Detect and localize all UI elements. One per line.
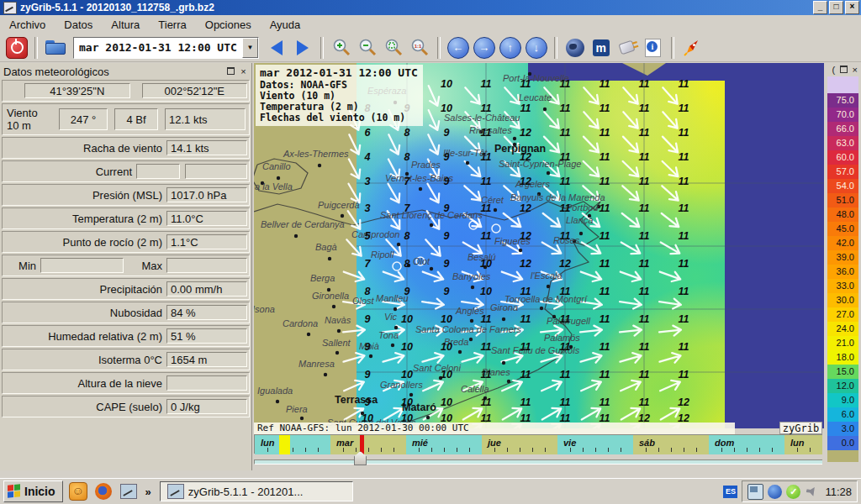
svg-text:Berga: Berga [310, 273, 335, 283]
cape-value: 0 J/kg [166, 399, 247, 414]
panel-close-button[interactable]: × [238, 66, 249, 77]
pan-down-button[interactable]: ↓ [525, 36, 548, 60]
scale-band: 57.0 [827, 165, 858, 179]
start-icon [8, 484, 21, 499]
menu-item-ayuda[interactable]: Ayuda [261, 17, 310, 33]
scale-float-button[interactable] [840, 65, 849, 76]
pan-right-button[interactable]: → [473, 36, 496, 60]
svg-text:Ax-les-Thermes: Ax-les-Thermes [283, 149, 349, 159]
rocket-icon [682, 38, 702, 58]
svg-text:Granollers: Granollers [380, 380, 423, 390]
pan-up-button[interactable]: ↑ [499, 36, 522, 60]
svg-text:11: 11 [679, 127, 689, 139]
zoom-select-button[interactable] [382, 36, 405, 60]
zoom-1-1-button[interactable]: 1:1 [408, 36, 431, 60]
timeline-day-label: mar [336, 438, 353, 448]
keyboard-layout-indicator[interactable]: ES [723, 486, 737, 498]
scale-band: 24.0 [827, 322, 858, 336]
start-button[interactable]: Inicio [3, 480, 63, 502]
toolbar-separator [437, 37, 441, 59]
menu-item-tierra[interactable]: Tierra [149, 17, 195, 33]
svg-text:11: 11 [679, 313, 689, 325]
panel-title: Datos meteorológicos [3, 66, 224, 78]
timeline-tick [684, 448, 684, 452]
open-file-button[interactable] [44, 36, 67, 60]
svg-text:11: 11 [639, 230, 650, 242]
pan-left-button[interactable]: ← [446, 36, 470, 60]
scale-close-button[interactable]: × [850, 65, 859, 76]
task-button-zygrib[interactable]: zyGrib-5.1.1 - 201201... [160, 481, 353, 501]
svg-text:11: 11 [481, 230, 492, 242]
svg-text:8: 8 [404, 230, 410, 242]
timeline-slider-track[interactable] [254, 459, 822, 465]
svg-text:Navàs: Navàs [325, 315, 351, 325]
zoom-in-button[interactable] [330, 36, 353, 60]
temperature-value: 11.0°C [166, 211, 247, 226]
taskbar: Inicio ☺ » zyGrib-5.1.1 - 201201... ES ✓… [0, 478, 861, 504]
datetime-select[interactable]: mar 2012-01-31 12:00 UTC ▼ [73, 37, 259, 59]
quit-button[interactable] [5, 36, 29, 60]
quicklaunch-browser[interactable] [93, 481, 114, 501]
svg-text:11: 11 [679, 258, 689, 270]
svg-text:3: 3 [365, 176, 371, 187]
scale-band: 21.0 [827, 336, 858, 350]
timeline-ruler[interactable]: lunmarmiéjueviesábdomlun [254, 434, 822, 454]
quicklaunch-overflow[interactable]: » [145, 486, 151, 498]
scale-band: 45.0 [827, 222, 858, 236]
scale-band: 30.0 [827, 293, 858, 307]
timeline-tick [431, 448, 432, 452]
dewpoint-value: 1.1°C [166, 234, 247, 249]
connection-button[interactable] [615, 36, 639, 60]
menu-item-altura[interactable]: Altura [102, 17, 149, 33]
current-row: Current [2, 160, 250, 182]
app-tray-icon[interactable] [768, 485, 782, 499]
scale-options-button[interactable]: ( [829, 65, 838, 76]
close-button[interactable]: × [845, 1, 859, 14]
menu-item-archivo[interactable]: Archivo [0, 17, 55, 33]
meteotable-button[interactable]: m [589, 36, 613, 60]
timeline[interactable]: lunmarmiéjueviesábdomlun [254, 434, 822, 468]
svg-text:11: 11 [520, 369, 531, 381]
display-tray-icon[interactable] [747, 484, 763, 500]
globe-button[interactable] [563, 36, 587, 60]
svg-text:7: 7 [404, 202, 411, 214]
timeline-tick [457, 448, 457, 452]
timeline-day-label: jue [488, 438, 501, 448]
minimize-button[interactable]: _ [813, 1, 827, 14]
panel-float-button[interactable] [225, 66, 236, 77]
svg-text:11: 11 [520, 102, 531, 114]
next-timestep-button[interactable] [291, 36, 314, 60]
svg-text:Piera: Piera [286, 404, 308, 414]
menu-item-datos[interactable]: Datos [55, 17, 102, 33]
svg-text:Bellver de Cerdanya: Bellver de Cerdanya [261, 219, 345, 229]
chevron-down-icon[interactable]: ▼ [242, 38, 258, 58]
updates-tray-icon[interactable]: ✓ [786, 485, 800, 499]
zygrib-watermark: zyGrib [779, 422, 822, 434]
svg-text:11: 11 [560, 369, 571, 381]
menu-item-opciones[interactable]: Opciones [196, 17, 261, 33]
svg-text:11: 11 [639, 176, 650, 187]
svg-text:11: 11 [560, 127, 571, 139]
quicklaunch-messenger[interactable]: ☺ [68, 481, 88, 501]
quicklaunch-zygrib[interactable] [119, 481, 139, 501]
zoom-out-button[interactable] [356, 36, 379, 60]
svg-text:11: 11 [560, 313, 571, 325]
precipitation-row: Precipitación 0.00 mm/h [2, 278, 250, 300]
timeline-tick [583, 448, 584, 452]
svg-text:9: 9 [365, 369, 371, 381]
isotherm-value: 1654 m [166, 352, 247, 367]
scale-band: 6.0 [827, 407, 858, 422]
timeline-tick [356, 448, 357, 452]
volume-tray-icon[interactable] [805, 485, 819, 499]
datetime-value: mar 2012-01-31 12:00 UTC [74, 41, 242, 54]
svg-text:11: 11 [639, 102, 650, 114]
info-button[interactable]: i [642, 36, 665, 60]
current-dir-value [136, 164, 180, 179]
svg-text:11: 11 [600, 396, 610, 408]
svg-text:10: 10 [441, 78, 452, 90]
rocket-button[interactable] [680, 36, 704, 60]
svg-text:Isona: Isona [254, 304, 275, 314]
title-bar[interactable]: zyGrib-5.1.1 - 20120130_112758_.grb.bz2 … [0, 0, 861, 15]
maximize-button[interactable]: □ [829, 1, 843, 14]
prev-timestep-button[interactable] [265, 36, 288, 60]
